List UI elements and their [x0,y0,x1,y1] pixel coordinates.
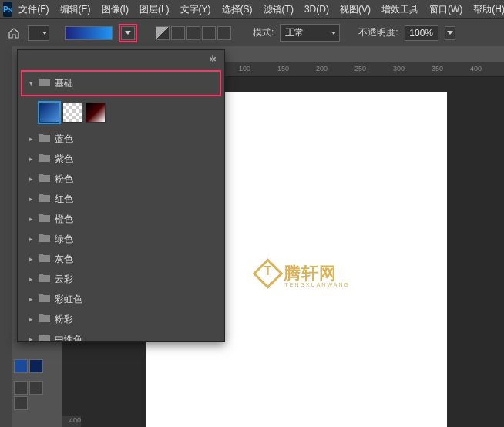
gradient-reflected-button[interactable] [202,26,216,40]
menubar: Ps 文件(F) 编辑(E) 图像(I) 图层(L) 文字(Y) 选择(S) 滤… [0,0,504,18]
folder-icon [39,314,50,325]
folder-row[interactable]: ▸中性色 [24,329,218,341]
tool-icon-2[interactable] [29,381,43,395]
folder-label: 绿色 [55,233,73,246]
preset-transparent[interactable] [62,103,82,123]
folder-basics-highlight: ▾ 基础 [21,70,221,96]
folder-icon [39,214,50,225]
folder-icon [39,153,50,165]
menu-view[interactable]: 视图(V) [335,2,375,18]
gradient-radial-button[interactable] [171,26,185,40]
opacity-input[interactable]: 100% [405,25,438,41]
chevron-right-icon: ▸ [27,255,35,263]
folder-row[interactable]: ▸彩虹色 [24,289,218,309]
left-toolbar [0,46,12,427]
preset-foreground-background[interactable] [39,103,59,123]
watermark-icon [253,258,284,289]
chevron-right-icon: ▸ [27,315,35,323]
chevron-right-icon: ▸ [27,275,35,283]
menu-edit[interactable]: 编辑(E) [55,2,96,18]
chevron-right-icon: ▸ [27,335,35,341]
gradient-type-buttons [156,26,231,40]
ruler-vertical-mark: 400 [62,416,81,427]
gradient-linear-button[interactable] [156,26,170,40]
blend-mode-select[interactable]: 正常 [280,24,340,42]
folder-row[interactable]: ▸绿色 [24,229,218,249]
folder-icon [39,133,50,145]
menu-plugins[interactable]: 增效工具 [377,2,423,18]
gear-icon[interactable]: ✲ [209,54,217,65]
menu-help[interactable]: 帮助(H) [469,2,504,18]
mode-label: 模式: [253,26,274,39]
tool-icon-1[interactable] [14,381,28,395]
folder-icon [39,294,50,305]
home-icon[interactable] [6,25,22,41]
folder-basics[interactable]: ▾ 基础 [24,73,218,93]
folder-label: 紫色 [55,153,73,166]
folder-icon [39,334,50,342]
folder-row[interactable]: ▸红色 [24,189,218,209]
ps-logo: Ps [3,2,12,17]
chevron-right-icon: ▸ [27,195,35,203]
preset-black-white[interactable] [86,103,106,123]
folder-row[interactable]: ▸云彩 [24,269,218,289]
gradient-picker-panel: ✲ ▾ 基础 ▸蓝色▸紫色▸粉色▸红色▸橙色▸绿色▸灰色▸云彩▸彩虹色▸粉彩▸中… [17,49,225,342]
gradient-diamond-button[interactable] [217,26,231,40]
folder-icon [39,254,50,265]
opacity-label: 不透明度: [358,26,398,39]
chevron-right-icon: ▸ [27,295,35,303]
folder-label: 橙色 [55,213,73,226]
chevron-right-icon: ▸ [27,135,35,143]
swatches-panel [12,358,59,412]
options-bar: 模式: 正常 不透明度: 100% [0,18,504,46]
chevron-right-icon: ▸ [27,175,35,183]
watermark-subtext: TENGXUANWANG [285,282,350,287]
swatch-1[interactable] [14,359,28,373]
folder-icon [39,274,50,285]
chevron-down-icon: ▾ [27,79,35,87]
workspace: 0 50 100 150 200 250 300 350 400 腾轩网 TEN… [0,46,504,427]
menu-type[interactable]: 文字(Y) [176,2,216,18]
folder-icon [39,234,50,245]
opacity-dropdown[interactable] [445,26,455,40]
folder-label: 粉色 [55,173,73,186]
folder-icon [39,193,50,205]
gradient-dropdown-button[interactable] [121,26,135,40]
folder-icon [39,173,50,185]
folder-label: 云彩 [55,273,73,286]
gradient-preview[interactable] [65,26,113,40]
foreground-background-swatch[interactable] [28,25,49,41]
menu-layer[interactable]: 图层(L) [135,2,174,18]
menu-3d[interactable]: 3D(D) [300,2,334,16]
menu-file[interactable]: 文件(F) [14,2,53,18]
gradient-angle-button[interactable] [186,26,200,40]
folder-row[interactable]: ▸蓝色 [24,129,218,149]
menu-filter[interactable]: 滤镜(T) [259,2,298,18]
folder-row[interactable]: ▸粉色 [24,169,218,189]
menu-window[interactable]: 窗口(W) [425,2,467,18]
folder-icon [39,78,50,89]
folder-label: 蓝色 [55,133,73,146]
chevron-right-icon: ▸ [27,235,35,243]
folder-label: 粉彩 [55,313,73,326]
folder-row[interactable]: ▸橙色 [24,209,218,229]
gradient-panel-body[interactable]: ▾ 基础 ▸蓝色▸紫色▸粉色▸红色▸橙色▸绿色▸灰色▸云彩▸彩虹色▸粉彩▸中性色 [18,69,224,341]
gradient-dropdown-highlight [119,24,137,42]
swatch-2[interactable] [29,359,43,373]
gradient-panel-header: ✲ [18,50,224,69]
chevron-right-icon: ▸ [27,155,35,163]
folder-row[interactable]: ▸灰色 [24,249,218,269]
folder-label: 红色 [55,193,73,206]
chevron-right-icon: ▸ [27,215,35,223]
folder-label: 基础 [55,77,73,90]
tool-icon-3[interactable] [14,396,28,410]
folder-row[interactable]: ▸粉彩 [24,309,218,329]
folder-label: 灰色 [55,253,73,266]
preset-row [24,99,218,129]
folder-row[interactable]: ▸紫色 [24,149,218,169]
menu-image[interactable]: 图像(I) [97,2,133,18]
folder-label: 中性色 [55,333,82,342]
watermark: 腾轩网 TENGXUANWANG [257,262,337,285]
menu-select[interactable]: 选择(S) [217,2,257,18]
folder-label: 彩虹色 [55,293,82,306]
